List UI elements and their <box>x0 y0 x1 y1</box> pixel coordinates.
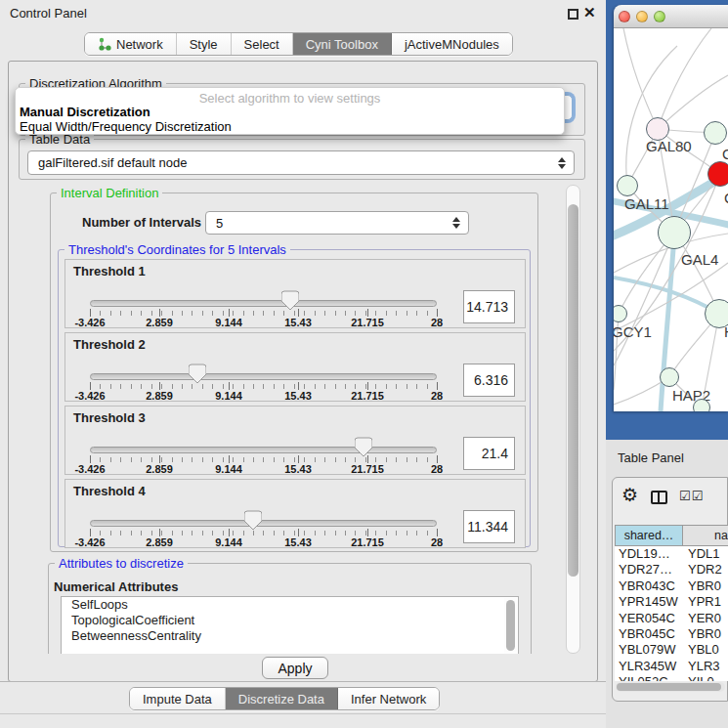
attribute-list-item[interactable]: TopologicalCoefficient <box>62 613 518 628</box>
tab-cyni-toolbox[interactable]: Cyni Toolbox <box>293 33 392 55</box>
network-node-label: GAL11 <box>624 195 669 212</box>
network-view-window: GAL80GACGAL11GAL4GCY1HHAP2 <box>614 5 728 411</box>
threshold-3-box: Threshold 3-3.4262.8599.14415.4321.71528… <box>64 406 526 475</box>
tab-impute-data[interactable]: Impute Data <box>130 688 226 709</box>
attributes-group-label: Attributes to discretize <box>55 556 188 571</box>
column-header-name[interactable]: na <box>683 525 728 546</box>
cell-shared-name: YDR27… <box>615 562 683 578</box>
table-row[interactable]: YBR043CYBR0 <box>615 578 728 594</box>
network-node[interactable] <box>707 161 728 187</box>
control-panel-title: Control Panel <box>10 6 87 21</box>
table-row[interactable]: YPR145WYPR1 <box>615 594 728 610</box>
attribute-list-item[interactable]: SelfLoops <box>62 597 518 613</box>
gear-icon[interactable]: ⚙ <box>621 486 638 504</box>
vertical-scrollbar[interactable] <box>566 185 580 654</box>
cell-shared-name: YDL19… <box>615 546 683 562</box>
network-window-titlebar[interactable] <box>614 5 728 28</box>
network-node[interactable] <box>660 367 679 387</box>
table-row[interactable]: YDL19…YDL1 <box>615 546 728 562</box>
slider-thumb[interactable] <box>189 364 206 384</box>
table-row[interactable]: YLR345WYLR3 <box>615 659 728 674</box>
network-node[interactable] <box>617 175 638 196</box>
cell-shared-name: YER054C <box>615 611 683 626</box>
horizontal-scrollbar[interactable] <box>616 682 725 692</box>
algorithm-option-manual[interactable]: Manual Discretization <box>20 105 150 119</box>
table-row[interactable]: YBR045CYBR0 <box>615 626 728 642</box>
threshold-value-field[interactable]: 14.713 <box>463 290 515 323</box>
table-row[interactable]: YER054CYER0 <box>615 611 728 626</box>
network-node-label: GAL80 <box>646 138 692 154</box>
threshold-value-field[interactable]: 6.316 <box>463 364 515 397</box>
network-canvas[interactable]: GAL80GACGAL11GAL4GCY1HHAP2 <box>614 28 728 411</box>
close-traffic-light-icon[interactable] <box>619 11 630 22</box>
threshold-slider[interactable] <box>90 447 437 453</box>
tab-jactivemnodules[interactable]: jActiveMNodules <box>392 33 512 55</box>
threshold-slider[interactable] <box>90 300 437 307</box>
threshold-slider[interactable] <box>90 520 437 527</box>
tab-network[interactable]: Network <box>85 33 177 55</box>
cell-shared-name: YBR043C <box>615 578 683 594</box>
network-icon <box>98 37 111 51</box>
minimize-traffic-light-icon[interactable] <box>636 11 648 22</box>
threshold-slider[interactable] <box>90 373 437 380</box>
slider-tick-label: -3.426 <box>74 390 105 402</box>
network-node[interactable] <box>704 121 727 145</box>
column-header-shared[interactable]: shared… <box>615 525 683 546</box>
threshold-value-field[interactable]: 11.344 <box>463 510 515 543</box>
tab-infer-network[interactable]: Infer Network <box>338 688 439 709</box>
threshold-value-field[interactable]: 21.4 <box>463 437 515 470</box>
slider-tick-label: 21.715 <box>351 463 384 475</box>
slider-tick-label: 15.43 <box>284 463 312 475</box>
list-scrollbar[interactable] <box>504 598 517 654</box>
apply-button-label: Apply <box>278 661 312 676</box>
combo-stepper-icon <box>558 157 566 169</box>
slider-major-tick <box>159 382 160 390</box>
checkbox-icons[interactable]: ☑☑ <box>679 489 704 503</box>
slider-major-tick <box>437 455 438 463</box>
tab-select[interactable]: Select <box>232 33 293 55</box>
algorithm-dropdown-popup: Select algorithm to view settings Manual… <box>15 87 565 135</box>
tab-select-label: Select <box>244 37 279 52</box>
tab-discretize-data[interactable]: Discretize Data <box>226 688 338 709</box>
algorithm-option-equal-width[interactable]: Equal Width/Frequency Discretization <box>20 119 232 134</box>
apply-button[interactable]: Apply <box>262 657 328 679</box>
interval-definition-group: Interval Definition Number of Intervals … <box>50 193 538 552</box>
slider-thumb[interactable] <box>244 510 262 531</box>
network-node-label: GCY1 <box>614 323 652 340</box>
table-data-combobox[interactable]: galFiltered.sif default node <box>27 150 575 175</box>
network-node[interactable] <box>658 216 691 249</box>
slider-thumb[interactable] <box>355 437 372 457</box>
slider-major-tick <box>159 529 160 536</box>
thresholds-group: Threshold's Coordinates for 5 Intervals … <box>58 249 531 547</box>
horizontal-scrollbar-thumb[interactable] <box>617 683 721 691</box>
cell-shared-name: YBL079W <box>615 642 683 658</box>
vertical-scrollbar-thumb[interactable] <box>568 204 578 577</box>
slider-thumb[interactable] <box>281 290 299 311</box>
table-row[interactable]: YBL079WYBL0 <box>615 642 728 658</box>
network-node[interactable] <box>693 399 710 411</box>
network-node-label: GAL4 <box>681 251 718 268</box>
threshold-1-box: Threshold 1-3.4262.8599.14415.4321.71528… <box>64 259 526 328</box>
cell-shared-name: YIL052C <box>615 674 683 681</box>
table-body: YDL19…YDL1YDR27…YDR2YBR043CYBR0YPR145WYP… <box>615 546 728 681</box>
top-tab-bar: Network Style Select Cyni Toolbox jActiv… <box>84 32 513 56</box>
close-icon[interactable]: ✕ <box>583 4 596 21</box>
attributes-group: Attributes to discretize Numerical Attri… <box>48 563 532 654</box>
slider-tick-label: 2.859 <box>146 390 173 402</box>
cell-name: YDL1 <box>683 546 728 562</box>
float-window-icon[interactable] <box>568 9 578 20</box>
divider <box>0 713 606 714</box>
slider-tick-label: 9.144 <box>215 317 242 328</box>
cell-shared-name: YBR045C <box>615 626 683 642</box>
zoom-traffic-light-icon[interactable] <box>654 11 665 22</box>
number-of-intervals-combobox[interactable]: 5 <box>205 211 469 235</box>
cell-name: YLR3 <box>683 659 728 674</box>
slider-tick-label: 2.859 <box>146 463 173 475</box>
numerical-attributes-list[interactable]: SelfLoopsTopologicalCoefficientBetweenne… <box>61 596 519 654</box>
slider-tick-label: 2.859 <box>146 317 173 328</box>
table-row[interactable]: YIL052CYIL0 <box>615 674 728 681</box>
table-row[interactable]: YDR27…YDR2 <box>615 562 728 578</box>
attribute-list-item[interactable]: BetweennessCentrality <box>62 628 518 644</box>
tab-style[interactable]: Style <box>177 33 232 55</box>
split-column-icon[interactable] <box>651 491 667 504</box>
